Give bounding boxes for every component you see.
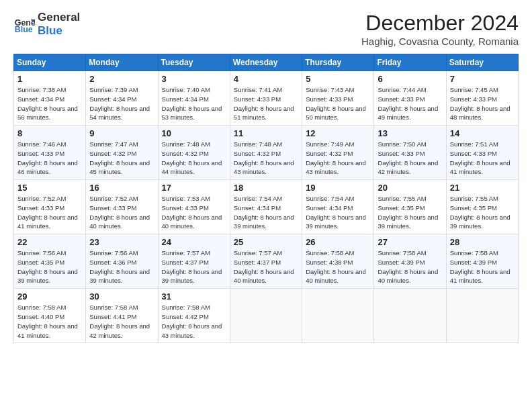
day-info: Sunrise: 7:57 AMSunset: 4:37 PMDaylight:… — [234, 248, 298, 285]
day-number: 30 — [89, 291, 154, 302]
day-cell: 6Sunrise: 7:44 AMSunset: 4:33 PMDaylight… — [374, 71, 446, 126]
day-cell: 11Sunrise: 7:48 AMSunset: 4:32 PMDayligh… — [230, 126, 302, 180]
day-number: 20 — [378, 183, 442, 193]
header: General Blue General Blue December 2024 … — [13, 11, 519, 47]
day-info: Sunrise: 7:54 AMSunset: 4:34 PMDaylight:… — [234, 194, 298, 231]
day-info: Sunrise: 7:46 AMSunset: 4:33 PMDaylight:… — [17, 140, 82, 177]
day-cell — [230, 289, 302, 343]
day-number: 27 — [378, 237, 442, 247]
day-cell — [374, 289, 446, 343]
day-cell: 1Sunrise: 7:38 AMSunset: 4:34 PMDaylight… — [14, 71, 86, 126]
day-info: Sunrise: 7:51 AMSunset: 4:33 PMDaylight:… — [450, 140, 515, 177]
calendar-body: 1Sunrise: 7:38 AMSunset: 4:34 PMDaylight… — [14, 71, 519, 343]
day-number: 8 — [17, 128, 82, 138]
location-title: Haghig, Covasna County, Romania — [361, 36, 519, 47]
day-cell: 23Sunrise: 7:56 AMSunset: 4:36 PMDayligh… — [86, 234, 158, 289]
logo: General Blue General Blue — [13, 11, 80, 37]
day-number: 22 — [17, 237, 82, 247]
day-cell: 27Sunrise: 7:58 AMSunset: 4:39 PMDayligh… — [374, 234, 446, 289]
day-info: Sunrise: 7:58 AMSunset: 4:39 PMDaylight:… — [378, 248, 442, 285]
header-cell-sunday: Sunday — [14, 54, 86, 71]
day-number: 13 — [378, 128, 442, 138]
day-info: Sunrise: 7:58 AMSunset: 4:42 PMDaylight:… — [162, 303, 226, 340]
day-cell: 3Sunrise: 7:40 AMSunset: 4:34 PMDaylight… — [158, 71, 230, 126]
day-number: 2 — [89, 74, 154, 84]
day-number: 19 — [306, 183, 370, 193]
day-number: 29 — [17, 291, 82, 302]
day-cell: 13Sunrise: 7:50 AMSunset: 4:33 PMDayligh… — [374, 126, 446, 180]
day-number: 25 — [234, 237, 298, 247]
day-info: Sunrise: 7:45 AMSunset: 4:33 PMDaylight:… — [450, 85, 515, 122]
day-cell: 8Sunrise: 7:46 AMSunset: 4:33 PMDaylight… — [14, 126, 86, 180]
day-number: 12 — [306, 128, 370, 138]
day-cell: 9Sunrise: 7:47 AMSunset: 4:32 PMDaylight… — [86, 126, 158, 180]
day-number: 21 — [450, 183, 515, 193]
week-row-1: 1Sunrise: 7:38 AMSunset: 4:34 PMDaylight… — [14, 71, 519, 126]
day-cell: 18Sunrise: 7:54 AMSunset: 4:34 PMDayligh… — [230, 180, 302, 234]
day-cell: 19Sunrise: 7:54 AMSunset: 4:34 PMDayligh… — [302, 180, 374, 234]
day-info: Sunrise: 7:52 AMSunset: 4:33 PMDaylight:… — [17, 194, 82, 231]
day-cell: 4Sunrise: 7:41 AMSunset: 4:33 PMDaylight… — [230, 71, 302, 126]
day-number: 15 — [17, 183, 82, 193]
day-cell: 31Sunrise: 7:58 AMSunset: 4:42 PMDayligh… — [158, 289, 230, 343]
day-info: Sunrise: 7:58 AMSunset: 4:40 PMDaylight:… — [17, 303, 82, 340]
day-cell: 20Sunrise: 7:55 AMSunset: 4:35 PMDayligh… — [374, 180, 446, 234]
day-cell: 25Sunrise: 7:57 AMSunset: 4:37 PMDayligh… — [230, 234, 302, 289]
day-info: Sunrise: 7:58 AMSunset: 4:39 PMDaylight:… — [450, 248, 515, 285]
day-cell: 5Sunrise: 7:43 AMSunset: 4:33 PMDaylight… — [302, 71, 374, 126]
day-cell: 21Sunrise: 7:55 AMSunset: 4:35 PMDayligh… — [446, 180, 518, 234]
day-info: Sunrise: 7:49 AMSunset: 4:32 PMDaylight:… — [306, 140, 370, 177]
day-cell — [446, 289, 518, 343]
header-cell-wednesday: Wednesday — [230, 54, 302, 71]
day-cell: 22Sunrise: 7:56 AMSunset: 4:35 PMDayligh… — [14, 234, 86, 289]
day-info: Sunrise: 7:56 AMSunset: 4:35 PMDaylight:… — [17, 248, 82, 285]
day-number: 4 — [234, 74, 298, 84]
day-info: Sunrise: 7:38 AMSunset: 4:34 PMDaylight:… — [17, 85, 82, 122]
day-number: 6 — [378, 74, 442, 84]
day-info: Sunrise: 7:55 AMSunset: 4:35 PMDaylight:… — [378, 194, 442, 231]
day-number: 26 — [306, 237, 370, 247]
day-cell: 30Sunrise: 7:58 AMSunset: 4:41 PMDayligh… — [86, 289, 158, 343]
day-number: 1 — [17, 74, 82, 84]
day-cell: 14Sunrise: 7:51 AMSunset: 4:33 PMDayligh… — [446, 126, 518, 180]
week-row-2: 8Sunrise: 7:46 AMSunset: 4:33 PMDaylight… — [14, 126, 519, 180]
page: General Blue General Blue December 2024 … — [0, 0, 532, 411]
day-number: 10 — [162, 128, 226, 138]
header-cell-saturday: Saturday — [446, 54, 518, 71]
day-info: Sunrise: 7:48 AMSunset: 4:32 PMDaylight:… — [234, 140, 298, 177]
day-info: Sunrise: 7:57 AMSunset: 4:37 PMDaylight:… — [162, 248, 226, 285]
day-cell: 28Sunrise: 7:58 AMSunset: 4:39 PMDayligh… — [446, 234, 518, 289]
day-cell: 26Sunrise: 7:58 AMSunset: 4:38 PMDayligh… — [302, 234, 374, 289]
logo-general: General — [38, 11, 80, 24]
day-cell: 7Sunrise: 7:45 AMSunset: 4:33 PMDaylight… — [446, 71, 518, 126]
title-block: December 2024 Haghig, Covasna County, Ro… — [361, 11, 519, 47]
header-cell-thursday: Thursday — [302, 54, 374, 71]
month-title: December 2024 — [361, 11, 519, 36]
day-info: Sunrise: 7:40 AMSunset: 4:34 PMDaylight:… — [162, 85, 226, 122]
day-cell: 12Sunrise: 7:49 AMSunset: 4:32 PMDayligh… — [302, 126, 374, 180]
day-cell: 2Sunrise: 7:39 AMSunset: 4:34 PMDaylight… — [86, 71, 158, 126]
day-number: 3 — [162, 74, 226, 84]
day-info: Sunrise: 7:43 AMSunset: 4:33 PMDaylight:… — [306, 85, 370, 122]
calendar-table: SundayMondayTuesdayWednesdayThursdayFrid… — [13, 54, 519, 343]
day-info: Sunrise: 7:58 AMSunset: 4:41 PMDaylight:… — [89, 303, 154, 340]
day-cell: 15Sunrise: 7:52 AMSunset: 4:33 PMDayligh… — [14, 180, 86, 234]
week-row-3: 15Sunrise: 7:52 AMSunset: 4:33 PMDayligh… — [14, 180, 519, 234]
header-cell-tuesday: Tuesday — [158, 54, 230, 71]
header-cell-monday: Monday — [86, 54, 158, 71]
day-cell: 24Sunrise: 7:57 AMSunset: 4:37 PMDayligh… — [158, 234, 230, 289]
header-cell-friday: Friday — [374, 54, 446, 71]
logo-icon: General Blue — [13, 13, 35, 35]
day-info: Sunrise: 7:47 AMSunset: 4:32 PMDaylight:… — [89, 140, 154, 177]
day-number: 18 — [234, 183, 298, 193]
week-row-4: 22Sunrise: 7:56 AMSunset: 4:35 PMDayligh… — [14, 234, 519, 289]
day-number: 16 — [89, 183, 154, 193]
svg-text:Blue: Blue — [15, 25, 33, 34]
day-info: Sunrise: 7:53 AMSunset: 4:33 PMDaylight:… — [162, 194, 226, 231]
day-number: 11 — [234, 128, 298, 138]
day-info: Sunrise: 7:52 AMSunset: 4:33 PMDaylight:… — [89, 194, 154, 231]
day-cell — [302, 289, 374, 343]
day-number: 28 — [450, 237, 515, 247]
day-number: 7 — [450, 74, 515, 84]
day-number: 9 — [89, 128, 154, 138]
